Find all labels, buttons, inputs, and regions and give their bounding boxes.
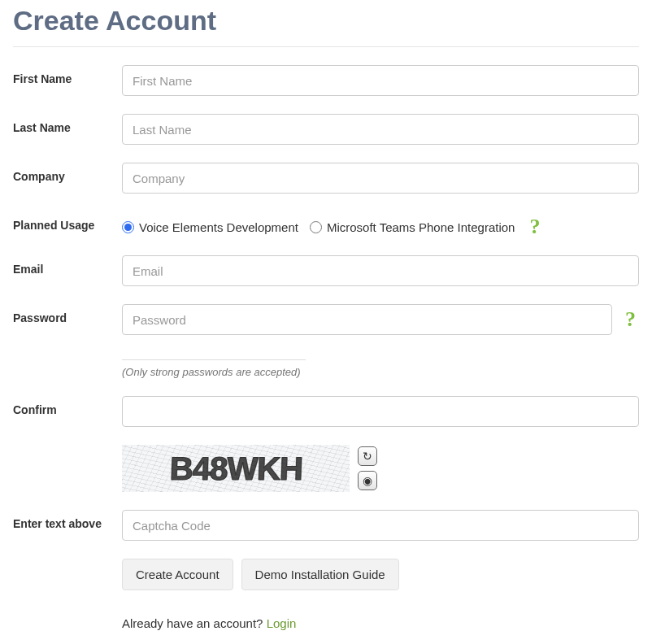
email-label: Email xyxy=(13,255,122,276)
last-name-input[interactable] xyxy=(122,114,639,145)
confirm-label: Confirm xyxy=(13,396,122,417)
divider xyxy=(13,46,639,47)
first-name-input[interactable] xyxy=(122,65,639,96)
company-input[interactable] xyxy=(122,163,639,194)
usage-help-icon[interactable]: ? xyxy=(526,216,543,237)
password-input[interactable] xyxy=(122,304,612,335)
usage-radio-voice-elements-input[interactable] xyxy=(122,221,134,233)
refresh-icon: ↻ xyxy=(363,450,372,463)
password-label: Password xyxy=(13,304,122,325)
login-prompt-text: Already have an account? xyxy=(122,616,267,630)
create-account-button[interactable]: Create Account xyxy=(122,559,233,590)
demo-guide-button[interactable]: Demo Installation Guide xyxy=(241,559,399,590)
last-name-label: Last Name xyxy=(13,114,122,135)
captcha-refresh-button[interactable]: ↻ xyxy=(358,446,377,466)
captcha-audio-button[interactable]: ◉ xyxy=(358,471,377,490)
usage-radio-ms-teams-label: Microsoft Teams Phone Integration xyxy=(327,220,515,234)
captcha-input[interactable] xyxy=(122,510,639,541)
planned-usage-label: Planned Usage xyxy=(13,211,122,233)
confirm-input xyxy=(122,396,639,427)
first-name-label: First Name xyxy=(13,65,122,86)
captcha-image: B48WKH xyxy=(122,445,350,492)
usage-radio-voice-elements-label: Voice Elements Development xyxy=(139,220,298,234)
audio-icon: ◉ xyxy=(363,474,372,487)
captcha-text: B48WKH xyxy=(169,450,302,487)
password-strength-bar xyxy=(122,359,306,363)
page-title: Create Account xyxy=(13,5,639,37)
login-link[interactable]: Login xyxy=(267,616,297,630)
password-help-icon[interactable]: ? xyxy=(622,309,639,330)
email-input[interactable] xyxy=(122,255,639,286)
usage-radio-ms-teams[interactable]: Microsoft Teams Phone Integration xyxy=(310,220,515,234)
usage-radio-ms-teams-input[interactable] xyxy=(310,221,322,233)
captcha-label: Enter text above xyxy=(13,510,122,531)
usage-radio-voice-elements[interactable]: Voice Elements Development xyxy=(122,220,298,234)
password-strength-hint: (Only strong passwords are accepted) xyxy=(122,366,639,378)
company-label: Company xyxy=(13,163,122,184)
